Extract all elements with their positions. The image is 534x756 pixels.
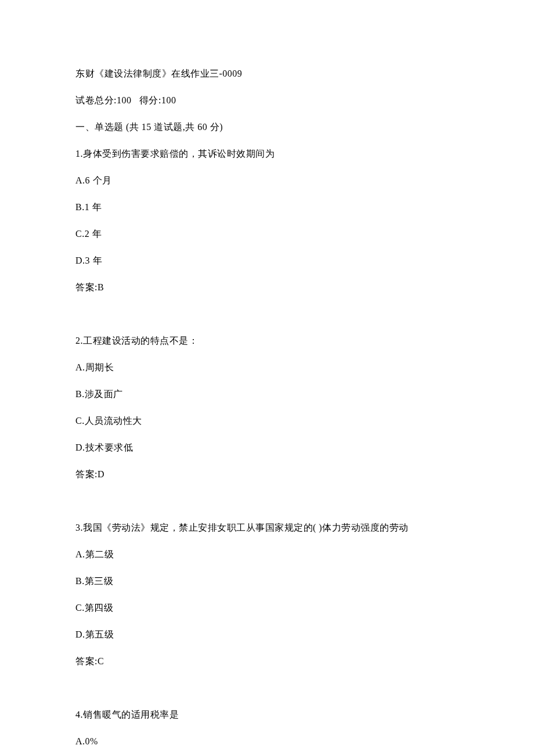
question-stem: 2.工程建设活动的特点不是： xyxy=(75,334,459,348)
question-option: A.6 个月 xyxy=(75,174,459,188)
question-option: C.第四级 xyxy=(75,601,459,615)
question-option: B.1 年 xyxy=(75,200,459,214)
question-option: B.涉及面广 xyxy=(75,387,459,401)
question-option: A.第二级 xyxy=(75,548,459,561)
question-gap xyxy=(75,307,459,334)
section-heading: 一、单选题 (共 15 道试题,共 60 分) xyxy=(75,120,459,134)
question-answer: 答案:C xyxy=(75,654,459,668)
question-stem: 4.销售暖气的适用税率是 xyxy=(75,708,459,722)
question-gap xyxy=(75,494,459,521)
question-stem: 3.我国《劳动法》规定，禁止安排女职工从事国家规定的( )体力劳动强度的劳动 xyxy=(75,521,459,535)
question-option: D.3 年 xyxy=(75,254,459,268)
question-option: C.2 年 xyxy=(75,227,459,241)
question-option: D.技术要求低 xyxy=(75,441,459,455)
question-gap xyxy=(75,681,459,708)
question-stem: 1.身体受到伤害要求赔偿的，其诉讼时效期间为 xyxy=(75,147,459,161)
doc-title: 东财《建设法律制度》在线作业三-0009 xyxy=(75,67,459,81)
question-option: A.0% xyxy=(75,735,459,748)
question-option: C.人员流动性大 xyxy=(75,414,459,428)
question-answer: 答案:D xyxy=(75,467,459,481)
question-answer: 答案:B xyxy=(75,280,459,294)
question-option: A.周期长 xyxy=(75,361,459,375)
score-line: 试卷总分:100 得分:100 xyxy=(75,93,459,107)
question-option: D.第五级 xyxy=(75,628,459,642)
question-option: B.第三级 xyxy=(75,574,459,588)
